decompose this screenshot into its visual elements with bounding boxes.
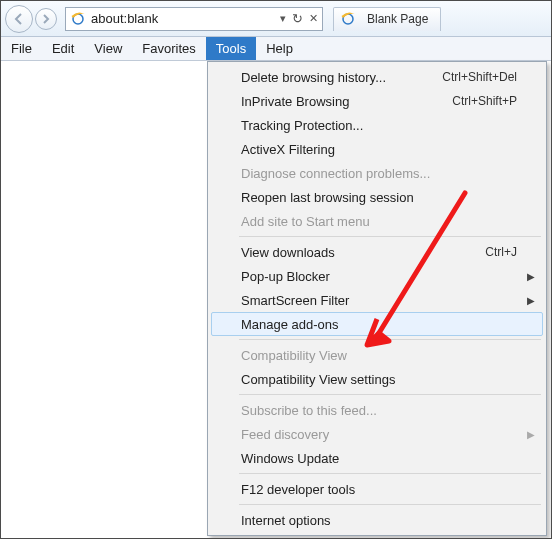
menu-item-compatibility-view-settings[interactable]: Compatibility View settings [211,367,543,391]
dropdown-icon[interactable]: ▾ [280,12,286,25]
menu-item-pop-up-blocker[interactable]: Pop-up Blocker▶ [211,264,543,288]
tools-menu-dropdown: Delete browsing history...Ctrl+Shift+Del… [207,61,547,536]
menu-item-label: ActiveX Filtering [241,142,335,157]
menu-item-windows-update[interactable]: Windows Update [211,446,543,470]
menubar-item-edit[interactable]: Edit [42,37,84,60]
menu-item-delete-browsing-history[interactable]: Delete browsing history...Ctrl+Shift+Del [211,65,543,89]
ie-logo-icon [340,11,356,27]
menu-item-add-site-to-start-menu: Add site to Start menu [211,209,543,233]
menu-item-label: SmartScreen Filter [241,293,349,308]
menu-item-label: Internet options [241,513,331,528]
forward-button[interactable] [35,8,57,30]
menu-item-label: Feed discovery [241,427,329,442]
menu-item-tracking-protection[interactable]: Tracking Protection... [211,113,543,137]
menu-item-label: Delete browsing history... [241,70,386,85]
menubar-item-file[interactable]: File [1,37,42,60]
tab-title: Blank Page [367,12,428,26]
menu-item-activex-filtering[interactable]: ActiveX Filtering [211,137,543,161]
menubar-item-view[interactable]: View [84,37,132,60]
chevron-right-icon: ▶ [527,429,535,440]
stop-icon[interactable]: ✕ [309,12,318,25]
menu-item-shortcut: Ctrl+J [485,245,517,259]
menu-separator [239,394,541,395]
menu-item-label: Pop-up Blocker [241,269,330,284]
menu-item-diagnose-connection-problems: Diagnose connection problems... [211,161,543,185]
menu-item-f12-developer-tools[interactable]: F12 developer tools [211,477,543,501]
menu-item-reopen-last-browsing-session[interactable]: Reopen last browsing session [211,185,543,209]
menu-item-smartscreen-filter[interactable]: SmartScreen Filter▶ [211,288,543,312]
menu-item-label: View downloads [241,245,335,260]
menu-item-manage-add-ons[interactable]: Manage add-ons [211,312,543,336]
menu-separator [239,473,541,474]
menu-item-shortcut: Ctrl+Shift+Del [442,70,517,84]
chevron-right-icon: ▶ [527,271,535,282]
menu-item-internet-options[interactable]: Internet options [211,508,543,532]
menu-item-view-downloads[interactable]: View downloadsCtrl+J [211,240,543,264]
menubar-item-tools[interactable]: Tools [206,37,256,60]
menu-item-shortcut: Ctrl+Shift+P [452,94,517,108]
menu-item-label: Windows Update [241,451,339,466]
refresh-icon[interactable]: ↻ [292,11,303,26]
back-button[interactable] [5,5,33,33]
menu-item-compatibility-view: Compatibility View [211,343,543,367]
menu-separator [239,236,541,237]
tab-strip: Blank Page [333,7,441,31]
chevron-right-icon: ▶ [527,295,535,306]
menu-item-label: Diagnose connection problems... [241,166,430,181]
menu-separator [239,504,541,505]
tab-blank-page[interactable]: Blank Page [333,7,441,31]
menu-separator [239,339,541,340]
menubar-item-help[interactable]: Help [256,37,303,60]
menu-item-label: Compatibility View [241,348,347,363]
ie-logo-icon [70,11,86,27]
menu-item-label: Manage add-ons [241,317,339,332]
navigation-toolbar: about:blank ▾ ↻ ✕ Blank Page [1,1,551,37]
menu-item-label: InPrivate Browsing [241,94,349,109]
menu-item-label: Tracking Protection... [241,118,363,133]
menu-item-label: F12 developer tools [241,482,355,497]
menu-item-feed-discovery: Feed discovery▶ [211,422,543,446]
url-text: about:blank [91,11,280,26]
menu-item-label: Reopen last browsing session [241,190,414,205]
menu-item-inprivate-browsing[interactable]: InPrivate BrowsingCtrl+Shift+P [211,89,543,113]
address-bar[interactable]: about:blank ▾ ↻ ✕ [65,7,323,31]
menu-item-subscribe-to-this-feed: Subscribe to this feed... [211,398,543,422]
menubar: FileEditViewFavoritesToolsHelp [1,37,551,61]
menu-item-label: Subscribe to this feed... [241,403,377,418]
menubar-item-favorites[interactable]: Favorites [132,37,205,60]
menu-item-label: Add site to Start menu [241,214,370,229]
menu-item-label: Compatibility View settings [241,372,395,387]
